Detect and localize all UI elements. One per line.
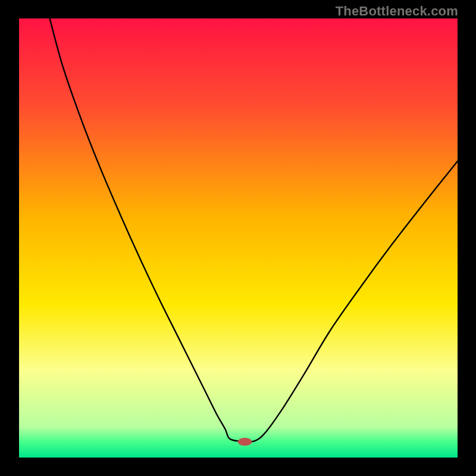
plot-area (19, 18, 458, 458)
chart-svg (19, 18, 458, 458)
watermark-text: TheBottleneck.com (336, 4, 458, 19)
marker-dot (238, 438, 252, 446)
chart-stage: TheBottleneck.com (0, 0, 476, 476)
gradient-background (19, 18, 458, 458)
